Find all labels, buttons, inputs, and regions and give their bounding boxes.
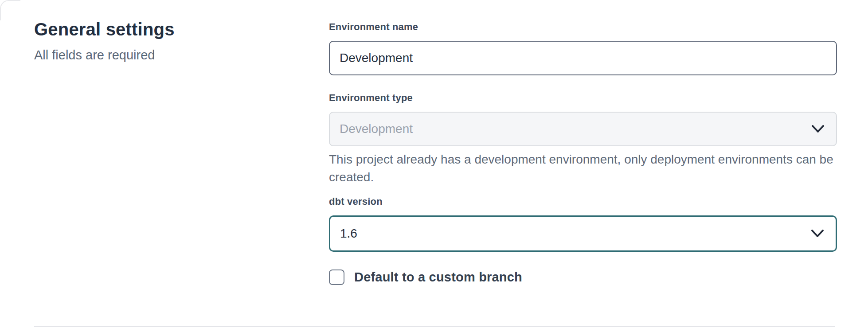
page-title: General settings: [34, 19, 274, 40]
custom-branch-row: Default to a custom branch: [329, 269, 837, 285]
environment-name-input[interactable]: [329, 41, 837, 75]
dbt-version-group: dbt version 1.6: [329, 195, 837, 252]
dbt-version-select[interactable]: 1.6: [329, 215, 837, 252]
environment-type-label: Environment type: [329, 91, 837, 105]
custom-branch-checkbox[interactable]: [329, 269, 344, 285]
environment-name-label: Environment name: [329, 20, 837, 34]
section-header: General settings All fields are required: [34, 19, 274, 63]
custom-branch-label[interactable]: Default to a custom branch: [354, 270, 522, 285]
section-divider: [34, 326, 835, 327]
settings-form: Environment name Environment type Develo…: [329, 20, 837, 285]
dbt-version-value: 1.6: [340, 226, 357, 241]
environment-type-value: Development: [340, 122, 413, 136]
chevron-down-icon: [811, 125, 825, 133]
page-subtitle: All fields are required: [34, 47, 274, 63]
environment-type-select: Development: [329, 112, 837, 146]
chevron-down-icon: [811, 229, 824, 238]
dbt-version-label: dbt version: [329, 195, 837, 208]
environment-type-help-text: This project already has a development e…: [329, 151, 837, 186]
environment-name-group: Environment name: [329, 20, 837, 75]
environment-type-group: Environment type Development This projec…: [329, 91, 837, 186]
environment-settings-page: General settings All fields are required…: [0, 0, 868, 328]
card-corner-decoration: [0, 0, 20, 20]
